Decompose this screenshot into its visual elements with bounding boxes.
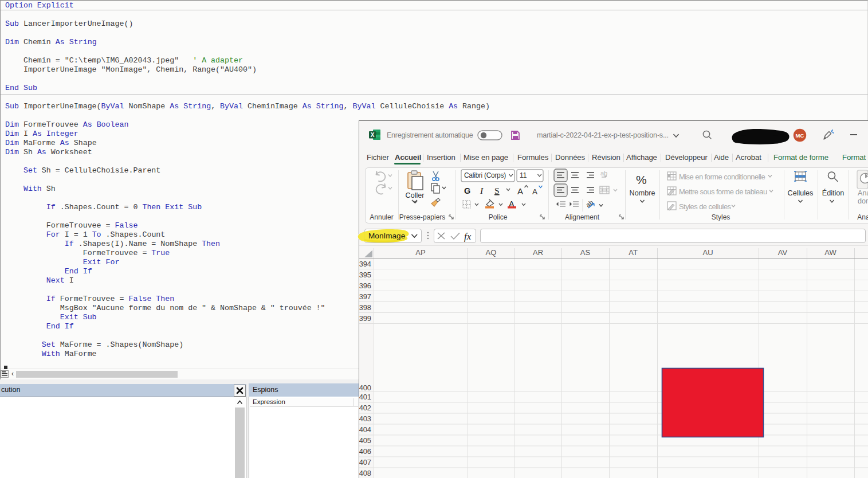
svg-text:406: 406 — [359, 447, 371, 456]
svg-text:Calibri (Corps): Calibri (Corps) — [464, 171, 506, 179]
svg-text:AR: AR — [533, 248, 543, 257]
svg-text:S: S — [494, 186, 500, 195]
svg-text:A: A — [532, 187, 537, 196]
svg-text:398: 398 — [359, 303, 371, 312]
svg-text:396: 396 — [359, 281, 371, 290]
svg-text:394: 394 — [359, 260, 371, 268]
svg-text:%: % — [636, 173, 647, 186]
svg-text:401: 401 — [359, 393, 371, 401]
svg-text:AW: AW — [824, 248, 836, 257]
svg-text:X: X — [371, 132, 375, 138]
svg-text:I: I — [480, 186, 484, 195]
svg-text:AP: AP — [415, 248, 425, 257]
svg-text:399: 399 — [359, 314, 371, 323]
svg-text:408: 408 — [359, 469, 371, 477]
svg-text:Styles de cellules: Styles de cellules — [679, 202, 732, 211]
svg-text:397: 397 — [359, 292, 371, 301]
svg-text:Analy: Analy — [858, 189, 868, 197]
svg-text:407: 407 — [359, 458, 371, 467]
svg-text:Mise en forme conditionnelle: Mise en forme conditionnelle — [679, 173, 765, 181]
svg-text:AV: AV — [778, 248, 788, 257]
svg-text:A: A — [517, 186, 523, 196]
svg-text:G: G — [464, 186, 470, 195]
svg-text:403: 403 — [359, 414, 371, 423]
svg-text:405: 405 — [359, 436, 371, 445]
svg-text:400: 400 — [359, 383, 371, 392]
svg-text:MC: MC — [796, 132, 804, 139]
svg-text:AT: AT — [629, 248, 638, 257]
svg-text:fx: fx — [464, 231, 472, 242]
svg-text:Mettre sous forme de tableau: Mettre sous forme de tableau — [679, 187, 767, 196]
svg-text:AS: AS — [580, 248, 591, 257]
svg-text:11: 11 — [520, 171, 527, 179]
svg-text:402: 402 — [359, 403, 371, 412]
svg-text:404: 404 — [359, 425, 371, 434]
svg-text:AU: AU — [702, 248, 713, 257]
svg-text:AQ: AQ — [486, 248, 497, 257]
svg-text:395: 395 — [359, 271, 371, 279]
svg-text:don: don — [858, 197, 868, 205]
